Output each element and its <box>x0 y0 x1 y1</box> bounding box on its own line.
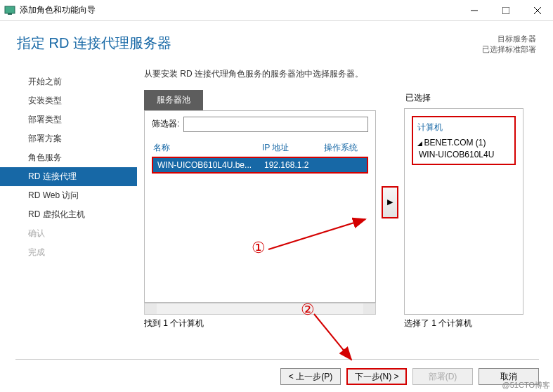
svg-rect-0 <box>5 6 15 13</box>
server-manager-icon <box>4 5 15 16</box>
previous-button[interactable]: < 上一步(P) <box>280 368 341 385</box>
watermark: @51CTO博客 <box>502 380 550 391</box>
maximize-button[interactable] <box>490 0 521 20</box>
server-pool-pane: 服务器池 筛选器: 名称 IP 地址 操作系统 WIN-UICOB610L4U.… <box>144 90 376 315</box>
deploy-button: 部署(D) <box>412 368 473 385</box>
main-content: 从要安装 RD 连接代理角色服务的服务器池中选择服务器。 服务器池 筛选器: 名… <box>137 68 553 337</box>
sidebar-item-rd-connection-broker[interactable]: RD 连接代理 <box>0 167 137 186</box>
sidebar-item-rd-web-access[interactable]: RD Web 访问 <box>0 186 137 205</box>
add-server-button[interactable]: ▶ <box>382 186 398 218</box>
row-name: WIN-UICOB610L4U.be... <box>157 160 264 170</box>
tree-domain[interactable]: BENET.COM (1) <box>417 138 510 148</box>
server-row-selected[interactable]: WIN-UICOB610L4U.be... 192.168.1.2 <box>152 157 368 174</box>
selected-tree-highlight: 计算机 BENET.COM (1) WIN-UICOB610L4U <box>412 116 516 165</box>
sidebar-item-before-you-begin[interactable]: 开始之前 <box>0 72 137 91</box>
target-info: 目标服务器 已选择标准部署 <box>482 34 536 55</box>
selected-pane: 已选择 计算机 BENET.COM (1) WIN-UICOB610L4U <box>404 90 523 315</box>
col-ip[interactable]: IP 地址 <box>262 142 324 154</box>
wizard-buttons: < 上一步(P) 下一步(N) > 部署(D) 取消 <box>15 359 539 385</box>
svg-rect-1 <box>8 13 12 15</box>
target-value: 已选择标准部署 <box>482 44 536 55</box>
server-pool-tab[interactable]: 服务器池 <box>144 90 203 110</box>
status-found: 找到 1 个计算机 <box>144 318 404 329</box>
sidebar: 开始之前 安装类型 部署类型 部署方案 角色服务 RD 连接代理 RD Web … <box>0 68 137 337</box>
target-label: 目标服务器 <box>482 34 536 44</box>
sidebar-item-confirm: 确认 <box>0 224 137 243</box>
sidebar-item-rd-virtualization-host[interactable]: RD 虚拟化主机 <box>0 205 137 224</box>
column-headers: 名称 IP 地址 操作系统 <box>152 139 368 157</box>
instruction-text: 从要安装 RD 连接代理角色服务的服务器池中选择服务器。 <box>144 68 536 80</box>
page-title: 指定 RD 连接代理服务器 <box>17 34 482 55</box>
filter-input[interactable] <box>183 117 368 132</box>
titlebar: 添加角色和功能向导 <box>0 0 553 21</box>
sidebar-item-complete: 完成 <box>0 243 137 262</box>
next-button[interactable]: 下一步(N) > <box>346 368 407 385</box>
row-ip: 192.168.1.2 <box>264 160 326 170</box>
col-name[interactable]: 名称 <box>153 142 262 154</box>
sidebar-item-deploy-type[interactable]: 部署类型 <box>0 110 137 129</box>
close-button[interactable] <box>521 0 553 20</box>
window-title: 添加角色和功能向导 <box>20 4 458 16</box>
filter-label: 筛选器: <box>152 118 179 130</box>
sidebar-item-role-services[interactable]: 角色服务 <box>0 148 137 167</box>
svg-rect-3 <box>502 7 509 14</box>
horizontal-scrollbar[interactable] <box>144 303 376 315</box>
arrow-right-icon: ▶ <box>387 197 393 207</box>
sidebar-item-deploy-scenario[interactable]: 部署方案 <box>0 129 137 148</box>
tree-host[interactable]: WIN-UICOB610L4U <box>417 150 510 159</box>
minimize-button[interactable] <box>458 0 490 20</box>
selected-label: 已选择 <box>404 92 523 104</box>
col-os[interactable]: 操作系统 <box>324 142 367 154</box>
tree-computer-label: 计算机 <box>417 122 510 133</box>
status-selected: 选择了 1 个计算机 <box>404 318 472 329</box>
sidebar-item-install-type[interactable]: 安装类型 <box>0 91 137 110</box>
